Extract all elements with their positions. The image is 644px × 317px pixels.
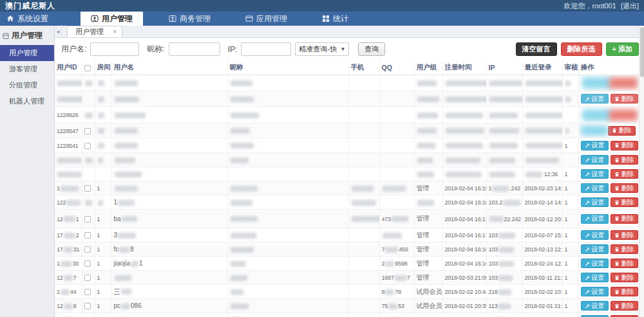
cell-ops: 设置删除	[578, 271, 639, 285]
cell-audit: 1	[562, 242, 578, 257]
nav-label: 应用管理	[256, 14, 287, 24]
row-checkbox[interactable]	[84, 246, 91, 253]
redacted-blur	[64, 303, 73, 309]
column-header-id: 用户ID	[55, 60, 82, 75]
cell-cb	[82, 228, 95, 242]
tab-user-management[interactable]: 用户管理 ×	[67, 26, 122, 37]
table-row: 1228626	[55, 107, 639, 123]
redacted-blur	[498, 275, 513, 281]
column-header-last: 最近登录	[522, 60, 562, 75]
delete-button[interactable]: 删除	[611, 230, 638, 240]
delete-button[interactable]: 删除	[611, 273, 638, 282]
settings-button[interactable]: 设置	[581, 287, 609, 296]
cell-qq	[379, 107, 414, 123]
cell-cb	[82, 75, 95, 91]
delete-selected-button[interactable]: 删除所选	[561, 42, 602, 56]
trash-icon	[614, 172, 620, 177]
settings-button[interactable]: 设置	[581, 169, 609, 179]
tab-collapse-button[interactable]: ◂	[55, 25, 62, 37]
nav-item-business-management[interactable]: 商务管理	[160, 12, 220, 26]
settings-button[interactable]: 设置	[581, 94, 609, 104]
settings-button[interactable]: 设置	[581, 183, 609, 193]
cell-user	[111, 271, 227, 285]
settings-button[interactable]: 设置	[581, 273, 609, 282]
delete-button[interactable]: 删除	[611, 183, 638, 193]
redacted-blur	[446, 172, 482, 177]
cell-text: 管理	[417, 231, 430, 239]
cell-text: 2018-02-02 10:44	[445, 289, 487, 295]
ip-input[interactable]	[241, 42, 291, 56]
settings-button[interactable]: 设置	[581, 197, 609, 207]
tab-close-icon[interactable]: ×	[113, 28, 117, 35]
row-checkbox[interactable]	[84, 275, 91, 281]
redacted-blur	[446, 128, 484, 134]
row-checkbox[interactable]	[84, 143, 91, 149]
nav-item-app-management[interactable]: 应用管理	[236, 12, 296, 26]
column-header-cb	[82, 60, 95, 75]
username-input[interactable]	[90, 42, 139, 56]
clear-messages-button[interactable]: 清空留言	[516, 42, 557, 56]
settings-button[interactable]: 设置	[581, 230, 609, 240]
delete-button[interactable]: 删除	[611, 244, 638, 254]
cell-user: 1	[111, 195, 227, 210]
sidebar-item-guest-management[interactable]: 游客管理	[0, 61, 54, 77]
row-checkbox[interactable]	[84, 216, 91, 222]
cell-room	[95, 138, 111, 153]
row-checkbox[interactable]	[84, 232, 91, 239]
ip-label: IP:	[228, 45, 238, 54]
redacted-blur	[231, 216, 258, 222]
row-checkbox[interactable]	[84, 289, 91, 295]
nav-label: 商务管理	[180, 14, 211, 24]
cell-text: 1	[97, 275, 100, 281]
nav-item-statistics[interactable]: 统计	[313, 12, 357, 26]
cell-text: 2	[382, 260, 385, 267]
cell-qq	[379, 195, 414, 210]
settings-button[interactable]: 设置	[581, 244, 609, 254]
query-mode-select[interactable]: 精准查询-快 ▼	[295, 42, 349, 56]
home-icon	[6, 15, 14, 23]
logout-link[interactable]: [退出]	[621, 2, 639, 10]
nickname-input[interactable]	[169, 42, 220, 56]
delete-button[interactable]: 删除	[608, 126, 636, 136]
delete-button[interactable]: 删除	[611, 258, 638, 268]
search-button[interactable]: 查询	[358, 42, 385, 56]
cell-user: jiaojia1	[111, 257, 227, 271]
row-checkbox[interactable]	[84, 128, 91, 134]
settings-button[interactable]: 设置	[581, 258, 609, 268]
sidebar-item-user-management[interactable]: 用户管理	[0, 45, 54, 61]
delete-button[interactable]: 删除	[611, 94, 638, 104]
main-content: ◂ 用户管理 × 用户名: 昵称: IP: 精准查询-快 ▼ 查询	[55, 26, 644, 317]
select-all-checkbox[interactable]	[84, 65, 91, 71]
add-button[interactable]: + 添加	[606, 42, 639, 56]
settings-button[interactable]: 设置	[581, 214, 609, 224]
wrench-icon	[585, 233, 590, 238]
delete-button[interactable]: 删除	[611, 287, 638, 296]
nav-item-system-settings[interactable]: 系统设置	[0, 12, 57, 26]
row-checkbox[interactable]	[84, 260, 91, 267]
settings-button-label: 设置	[592, 95, 605, 104]
sidebar-item-robot-management[interactable]: 机器人管理	[0, 93, 54, 109]
cell-nick	[227, 285, 348, 299]
row-checkbox[interactable]	[84, 185, 91, 192]
cell-last: 2018-02-02 10:44	[522, 285, 562, 299]
cell-id: 1228626	[55, 107, 82, 123]
nav-item-user-management[interactable]: 用户管理	[80, 12, 143, 26]
redacted-blur	[118, 200, 135, 206]
settings-button[interactable]: 设置	[581, 141, 609, 150]
cell-cb	[82, 242, 95, 257]
cell-reg: 2018-02-02 10:44	[442, 285, 486, 299]
redacted-blur	[526, 172, 542, 177]
sidebar-item-group-management[interactable]: 分组管理	[0, 77, 54, 93]
settings-button[interactable]: 设置	[581, 155, 609, 165]
delete-button[interactable]: 删除	[611, 169, 638, 179]
delete-button[interactable]: 删除	[611, 141, 638, 150]
settings-button[interactable]: 设置	[581, 301, 609, 311]
cell-text: 1228541	[57, 143, 79, 149]
row-checkbox[interactable]	[84, 303, 91, 309]
delete-button[interactable]: 删除	[611, 155, 638, 165]
vertical-scrollbar[interactable]	[639, 26, 644, 317]
scrollbar-thumb[interactable]	[640, 27, 644, 77]
delete-button[interactable]: 删除	[611, 214, 638, 224]
delete-button[interactable]: 删除	[611, 197, 638, 207]
delete-button[interactable]: 删除	[611, 301, 638, 311]
